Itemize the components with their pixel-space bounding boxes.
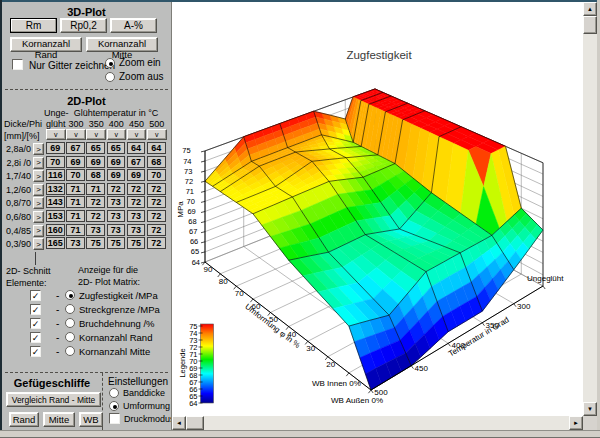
druckmodus-checkbox[interactable] (109, 413, 120, 424)
svg-text:30: 30 (306, 344, 315, 353)
matrix-value-cell: 69 (66, 156, 85, 168)
vergleich-rand-mitte-button[interactable]: Vergleich Rand - Mitte (6, 392, 101, 407)
matrix-value-cell: 72 (127, 183, 146, 195)
svg-text:90: 90 (204, 265, 213, 274)
row-label: 0,6/80 (3, 212, 31, 223)
row-expand-button[interactable]: > (33, 197, 44, 209)
matrix-option-label: Zugfestigkeit /MPa (79, 290, 158, 301)
matrix-value-cell: 69 (86, 156, 105, 168)
matrix-value-cell: 69 (127, 169, 146, 181)
schnitt-label-line1: 2D- Schnitt (6, 266, 51, 277)
svg-text:75: 75 (182, 146, 190, 155)
kornanzahl-rand-button[interactable]: Kornanzahl Rand (10, 37, 82, 52)
svg-text:MPa: MPa (176, 201, 185, 218)
row-label: 2,8a/0 (3, 144, 31, 155)
rand-button[interactable]: Rand (9, 412, 39, 427)
vertical-scrollbar[interactable]: ▲ ▼ (583, 2, 597, 416)
zoom-radio-0[interactable] (105, 58, 115, 68)
application-window: 3D-Plot Rm Rp0,2 A-% Kornanzahl Rand Kor… (0, 0, 600, 438)
row-header-units: [mm]/[%] (4, 131, 40, 142)
nur-gitter-checkbox[interactable] (12, 59, 23, 70)
svg-text:Legende: Legende (178, 348, 187, 377)
column-dropdown-button[interactable]: v (66, 129, 86, 140)
druckmodus-label: Druckmodus (124, 414, 171, 425)
column-dropdown-button[interactable]: v (107, 129, 127, 140)
matrix-value-cell: 132 (46, 183, 65, 195)
matrix-label-line1: Anzeige für die (78, 265, 138, 276)
row-expand-button[interactable]: > (33, 184, 44, 196)
row-expand-button[interactable]: > (33, 225, 44, 237)
svg-text:300: 300 (517, 302, 531, 311)
matrix-value-cell: 64 (147, 142, 166, 154)
plot-area: 646566676869707172737475MPa9080706050403… (171, 2, 597, 430)
matrix-radio-1[interactable] (65, 304, 75, 314)
separator (5, 89, 168, 90)
matrix-value-cell: 73 (107, 210, 126, 222)
svg-text:64: 64 (192, 258, 200, 267)
row-label: 2,8i /0 (3, 158, 31, 169)
zoom-radio-1[interactable] (105, 72, 115, 82)
zoom-radio-label-0: Zoom ein (119, 57, 161, 68)
element-checkbox-1[interactable]: ✓ (30, 304, 41, 315)
matrix-value-cell: 72 (147, 196, 166, 208)
svg-text:70: 70 (235, 289, 244, 298)
scroll-left-button[interactable]: ◄ (172, 416, 186, 430)
svg-text:80: 80 (219, 277, 228, 286)
row-label: 1,2/60 (3, 185, 31, 196)
column-dropdown-button[interactable]: v (127, 129, 147, 140)
svg-text:65: 65 (191, 247, 199, 256)
scroll-up-button[interactable]: ▲ (583, 2, 597, 16)
mitte-button[interactable]: Mitte (43, 412, 75, 427)
svg-text:72: 72 (185, 177, 193, 186)
a-percent-button[interactable]: A-% (110, 18, 157, 33)
window-left-border (0, 0, 2, 438)
horizontal-scroll-thumb[interactable] (186, 416, 204, 430)
svg-text:73: 73 (184, 167, 192, 176)
column-dropdown-button[interactable]: v (46, 129, 66, 140)
matrix-value-cell: 71 (66, 183, 85, 195)
matrix-value-cell: 70 (46, 156, 65, 168)
matrix-value-cell: 160 (46, 224, 65, 236)
matrix-value-cell: 72 (147, 237, 166, 249)
matrix-radio-2[interactable] (65, 318, 75, 328)
svg-text:66: 66 (190, 237, 198, 246)
row-expand-button[interactable]: > (33, 143, 44, 155)
row-expand-button[interactable]: > (33, 170, 44, 182)
element-checkbox-0[interactable]: ✓ (30, 290, 41, 301)
row-label: 1,7/40 (3, 171, 31, 182)
svg-text:500: 500 (374, 388, 388, 397)
element-checkbox-2[interactable]: ✓ (30, 318, 41, 329)
matrix-value-cell: 116 (46, 169, 65, 181)
element-checkbox-4[interactable]: ✓ (30, 346, 41, 357)
kornanzahl-mitte-button[interactable]: Kornanzahl Mitte (86, 37, 158, 52)
element-checkbox-3[interactable]: ✓ (30, 332, 41, 343)
scroll-down-button[interactable]: ▼ (583, 402, 597, 416)
plot-title: Zugfestigkeit (346, 49, 412, 61)
dash-label: - (56, 346, 59, 357)
horizontal-scrollbar[interactable]: ◄ ► (172, 416, 583, 430)
matrix-value-cell: 153 (46, 210, 65, 222)
rp02-button[interactable]: Rp0,2 (60, 18, 107, 33)
dash-label: - (56, 304, 59, 315)
matrix-value-cell: 73 (127, 210, 146, 222)
3d-surface-plot: 646566676869707172737475MPa9080706050403… (172, 2, 583, 416)
einstellung-radio-1[interactable] (109, 401, 119, 411)
2d-plot-section-title: 2D-Plot (2, 95, 171, 107)
row-expand-button[interactable]: > (33, 238, 44, 250)
wb-button[interactable]: WB (79, 412, 103, 427)
matrix-value-cell: 72 (127, 196, 146, 208)
matrix-value-cell: 68 (86, 169, 105, 181)
matrix-radio-0[interactable] (65, 290, 75, 300)
rm-button[interactable]: Rm (10, 18, 57, 33)
einstellung-radio-0[interactable] (109, 388, 119, 398)
scroll-right-button[interactable]: ► (569, 416, 583, 430)
row-expand-button[interactable]: > (33, 211, 44, 223)
matrix-radio-3[interactable] (65, 332, 75, 342)
svg-text:64: 64 (189, 399, 197, 408)
matrix-radio-4[interactable] (65, 346, 75, 356)
row-expand-button[interactable]: > (33, 157, 44, 169)
matrix-value-cell: 70 (147, 169, 166, 181)
column-dropdown-button[interactable]: v (147, 129, 167, 140)
vertical-scroll-thumb[interactable] (583, 16, 597, 34)
column-dropdown-button[interactable]: v (86, 129, 106, 140)
